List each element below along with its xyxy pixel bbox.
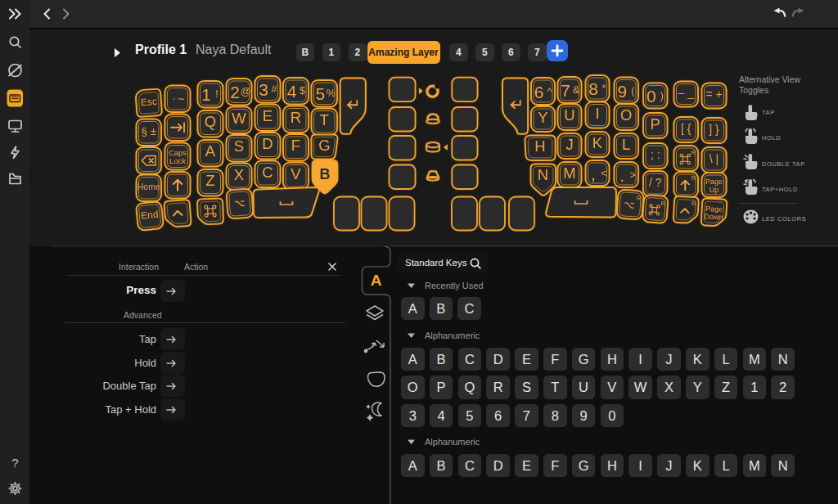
svg-text:I: I — [595, 105, 599, 122]
svg-text:S: S — [234, 137, 244, 155]
svg-text:R: R — [692, 149, 696, 156]
svg-text:Home: Home — [137, 182, 160, 191]
svg-text:3: 3 — [259, 80, 268, 99]
svg-text:A: A — [205, 142, 216, 160]
svg-text:,: , — [591, 164, 596, 183]
svg-text:~: ~ — [178, 92, 185, 106]
svg-text:V: V — [291, 165, 301, 182]
svg-text:5: 5 — [315, 84, 325, 103]
svg-text:H: H — [534, 137, 545, 155]
svg-text:Profile 1: Profile 1 — [135, 43, 187, 56]
svg-text:B: B — [320, 166, 331, 182]
svg-text:1: 1 — [201, 85, 211, 104]
svg-text:R: R — [291, 109, 301, 126]
svg-text:E: E — [263, 107, 273, 124]
svg-text:#: # — [272, 83, 277, 95]
svg-text:Q: Q — [205, 113, 216, 130]
svg-text:R: R — [692, 174, 696, 182]
svg-text:.: . — [619, 166, 624, 185]
svg-text:[ {: [ { — [681, 122, 692, 135]
svg-text:P: P — [651, 115, 660, 133]
svg-text:§ ±: § ± — [141, 125, 156, 137]
svg-text:= +: = + — [705, 88, 722, 101]
svg-text:>: > — [630, 169, 636, 181]
svg-text:F: F — [291, 137, 300, 154]
svg-text:*: * — [602, 83, 606, 94]
svg-text:T: T — [320, 111, 329, 128]
svg-text:8: 8 — [588, 79, 598, 98]
svg-text:0: 0 — [647, 87, 656, 106]
svg-text:J: J — [565, 136, 573, 153]
svg-text:C: C — [262, 164, 273, 181]
svg-text:Z: Z — [205, 172, 214, 189]
svg-text:] }: ] } — [709, 123, 719, 136]
svg-text:Naya Default: Naya Default — [196, 43, 272, 56]
svg-text:@: @ — [241, 86, 251, 97]
svg-text:4: 4 — [287, 82, 297, 101]
svg-text:Up: Up — [710, 186, 719, 194]
svg-text:7: 7 — [561, 81, 570, 100]
svg-text:9: 9 — [617, 82, 627, 101]
svg-text:/ ?: / ? — [649, 176, 662, 189]
svg-text:; :: ; : — [651, 148, 660, 161]
svg-text:Y: Y — [538, 109, 547, 126]
svg-text:!: ! — [215, 88, 218, 100]
svg-text:2: 2 — [230, 83, 240, 101]
svg-text:M: M — [563, 164, 575, 182]
svg-text:%: % — [327, 88, 336, 99]
svg-text:K: K — [592, 134, 603, 151]
svg-text:Esc: Esc — [140, 96, 157, 108]
svg-text:U: U — [564, 106, 574, 124]
svg-text:6: 6 — [534, 83, 544, 101]
svg-text:Page: Page — [705, 178, 723, 186]
svg-text:G: G — [318, 137, 330, 154]
svg-text:– _: – _ — [678, 86, 695, 99]
svg-text:.: . — [173, 90, 176, 102]
svg-text:D: D — [262, 135, 273, 152]
svg-text:&: & — [573, 84, 580, 96]
svg-text:\ |: \ | — [710, 152, 719, 165]
svg-text:R: R — [692, 200, 696, 207]
svg-text:^: ^ — [547, 86, 552, 97]
svg-text:$: $ — [300, 85, 305, 97]
svg-text:Lock: Lock — [169, 156, 186, 165]
svg-text:Down: Down — [704, 212, 723, 221]
svg-text:<: < — [601, 168, 606, 179]
svg-text:N: N — [538, 166, 548, 183]
svg-text:W: W — [232, 110, 246, 127]
svg-text:X: X — [234, 166, 244, 183]
svg-text:End: End — [141, 209, 160, 222]
svg-text:L: L — [622, 136, 630, 153]
svg-text:): ) — [660, 90, 664, 101]
svg-text:O: O — [620, 106, 632, 124]
